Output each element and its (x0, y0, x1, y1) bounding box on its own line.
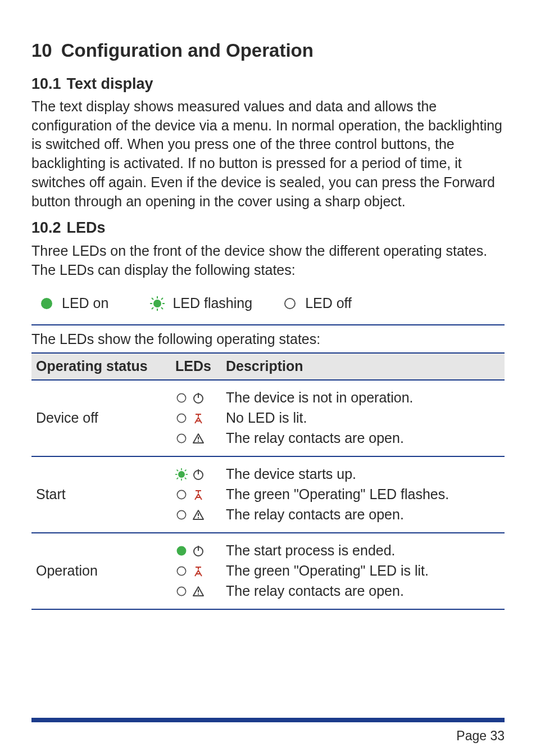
chapter-number: 10 (31, 38, 52, 64)
led-symbol-icon (192, 432, 205, 445)
section-number: 10.2 (31, 218, 61, 238)
desc-cell: The start process is ended.The green "Op… (226, 542, 502, 600)
led-line (175, 563, 226, 580)
led-state-icon (175, 545, 188, 557)
led-line (175, 542, 226, 559)
legend-led-flashing: LED flashing (150, 294, 252, 313)
desc-line: The relay contacts are open. (226, 583, 502, 600)
status-cell: Operation (34, 562, 175, 581)
led-line (175, 583, 226, 600)
led-line (175, 410, 226, 427)
desc-line: The start process is ended. (226, 542, 502, 559)
leds-cell (175, 390, 226, 447)
desc-line: The relay contacts are open. (226, 430, 502, 447)
page-number: Page 33 (456, 727, 505, 745)
th-status: Operating status (34, 357, 175, 376)
led-line (175, 486, 226, 503)
led-state-icon (175, 412, 188, 424)
desc-line: The device is not in operation. (226, 390, 502, 406)
led-symbol-icon (192, 585, 205, 597)
legend-led-off: LED off (283, 294, 352, 313)
separator (31, 324, 505, 325)
section-number: 10.1 (31, 74, 61, 94)
table-body: Device offThe device is not in operation… (31, 381, 505, 610)
th-desc: Description (226, 357, 502, 376)
led-line (175, 466, 226, 483)
led-flashing-icon (150, 296, 165, 311)
desc-line: The device starts up. (226, 466, 502, 483)
led-state-icon (175, 585, 188, 597)
section-title: LEDs (67, 219, 106, 236)
section-10-1-body: The text display shows measured values a… (31, 97, 505, 211)
led-symbol-icon (192, 565, 205, 577)
desc-cell: The device is not in operation.No LED is… (226, 390, 502, 447)
legend-label: LED off (305, 294, 352, 313)
led-symbol-icon (192, 488, 205, 501)
led-line (175, 430, 226, 447)
led-symbol-icon (192, 545, 205, 557)
leds-cell (175, 466, 226, 523)
table-row: Device offThe device is not in operation… (31, 381, 505, 457)
led-symbol-icon (192, 412, 205, 424)
led-state-icon (175, 509, 188, 521)
desc-cell: The device starts up.The green "Operatin… (226, 466, 502, 523)
desc-line: The green "Operating" LED is lit. (226, 563, 502, 580)
status-cell: Device off (34, 409, 175, 428)
led-on-icon (39, 296, 54, 311)
desc-line: The relay contacts are open. (226, 506, 502, 523)
th-leds: LEDs (175, 357, 226, 376)
table-row: OperationThe start process is ended.The … (31, 533, 505, 610)
legend-led-on: LED on (39, 294, 108, 313)
leds-cell (175, 542, 226, 600)
led-state-icon (175, 488, 188, 501)
desc-line: No LED is lit. (226, 410, 502, 427)
led-state-icon (175, 565, 188, 577)
footer-bar (31, 718, 505, 722)
led-line (175, 506, 226, 523)
section-title: Text display (67, 75, 153, 92)
table-header-row: Operating status LEDs Description (31, 352, 505, 381)
section-10-1-heading: 10.1Text display (31, 74, 505, 94)
led-symbol-icon (192, 468, 205, 481)
legend-label: LED flashing (172, 294, 252, 313)
status-cell: Start (34, 485, 175, 504)
led-symbol-icon (192, 392, 205, 404)
led-off-icon (283, 296, 297, 311)
section-10-2-intro: Three LEDs on the front of the device sh… (31, 242, 505, 280)
led-symbol-icon (192, 509, 205, 521)
legend-label: LED on (62, 294, 108, 313)
desc-line: The green "Operating" LED flashes. (226, 486, 502, 503)
chapter-heading: 10Configuration and Operation (31, 38, 505, 64)
led-line (175, 390, 226, 406)
led-state-icon (175, 468, 188, 481)
led-state-icon (175, 432, 188, 445)
led-state-icon (175, 392, 188, 404)
chapter-title: Configuration and Operation (61, 40, 314, 61)
states-intro: The LEDs show the following operating st… (31, 330, 505, 349)
section-10-2-heading: 10.2LEDs (31, 218, 505, 238)
led-legend: LED on LED flashing LED off (31, 286, 505, 322)
table-row: StartThe device starts up.The green "Ope… (31, 457, 505, 533)
